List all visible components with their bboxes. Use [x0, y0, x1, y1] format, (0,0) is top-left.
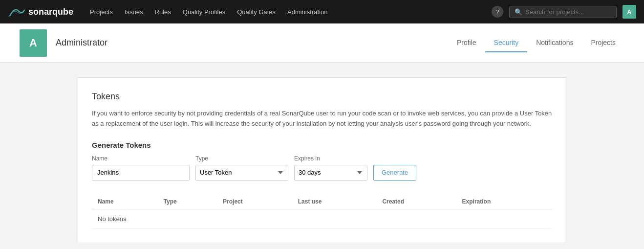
col-created: Created: [376, 194, 456, 209]
navbar: sonarqube Projects Issues Rules Quality …: [0, 0, 644, 23]
col-expiration: Expiration: [456, 194, 552, 209]
tab-projects[interactable]: Projects: [582, 34, 624, 52]
expires-label: Expires in: [294, 155, 367, 162]
tokens-table: Name Type Project Last use Created Expir…: [92, 194, 552, 229]
no-tokens-row: No tokens: [92, 209, 552, 228]
tokens-title: Tokens: [92, 91, 552, 102]
sonarqube-logo: [8, 5, 25, 19]
nav-quality-profiles[interactable]: Quality Profiles: [178, 6, 230, 18]
tab-profile[interactable]: Profile: [448, 34, 485, 52]
tokens-card: Tokens If you want to enforce security b…: [78, 77, 566, 243]
nav-administration[interactable]: Administration: [282, 6, 332, 18]
brand-text: sonarqube: [28, 7, 73, 17]
nav-quality-gates[interactable]: Quality Gates: [232, 6, 280, 18]
no-tokens-cell: No tokens: [92, 209, 552, 228]
generate-tokens-title: Generate Tokens: [92, 141, 552, 149]
user-name: Administrator: [56, 38, 107, 48]
col-name: Name: [92, 194, 158, 209]
nav-rules[interactable]: Rules: [150, 6, 176, 18]
generate-button[interactable]: Generate: [373, 165, 416, 181]
brand-logo-link[interactable]: sonarqube: [8, 5, 73, 19]
expires-group: Expires in 30 days 60 days 90 days No ex…: [294, 155, 367, 181]
type-label: Type: [195, 155, 288, 162]
user-header: A Administrator Profile Security Notific…: [0, 23, 644, 63]
nav-links: Projects Issues Rules Quality Profiles Q…: [85, 6, 480, 18]
nav-issues[interactable]: Issues: [120, 6, 148, 18]
type-group: Type User Token Global Analysis Token Pr…: [195, 155, 288, 181]
tab-notifications[interactable]: Notifications: [527, 34, 582, 52]
nav-projects[interactable]: Projects: [85, 6, 118, 18]
main-content: Tokens If you want to enforce security b…: [0, 63, 644, 249]
tokens-header-row: Name Type Project Last use Created Expir…: [92, 194, 552, 209]
tokens-table-body: No tokens: [92, 209, 552, 228]
tokens-description: If you want to enforce security by not p…: [92, 109, 552, 129]
col-last-use: Last use: [292, 194, 377, 209]
search-input[interactable]: [525, 8, 611, 16]
search-icon: 🔍: [515, 8, 522, 16]
name-input[interactable]: [92, 165, 190, 181]
col-type: Type: [158, 194, 217, 209]
generate-form-row: Name Type User Token Global Analysis Tok…: [92, 155, 552, 181]
nav-right: ? 🔍 A: [492, 5, 636, 19]
name-label: Name: [92, 155, 190, 162]
user-avatar-large: A: [20, 29, 47, 57]
help-button[interactable]: ?: [492, 6, 503, 18]
col-project: Project: [217, 194, 292, 209]
name-group: Name: [92, 155, 190, 181]
tokens-table-header: Name Type Project Last use Created Expir…: [92, 194, 552, 209]
expires-select[interactable]: 30 days 60 days 90 days No expiration: [294, 165, 367, 181]
tab-security[interactable]: Security: [485, 34, 528, 52]
type-select[interactable]: User Token Global Analysis Token Project…: [195, 165, 288, 181]
user-tabs: Profile Security Notifications Projects: [448, 34, 624, 52]
nav-avatar-button[interactable]: A: [623, 5, 636, 19]
search-bar: 🔍: [509, 6, 617, 18]
